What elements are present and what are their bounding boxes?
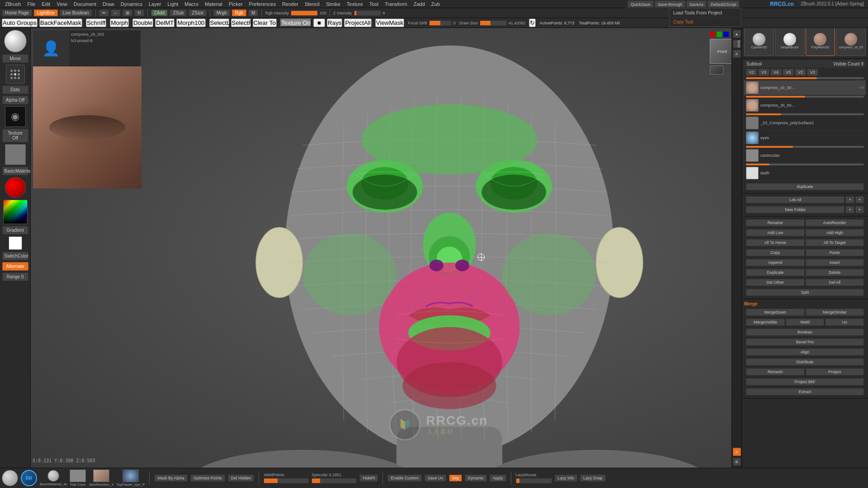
scroll-up-btn[interactable]: ▲: [733, 30, 741, 38]
texture-on-btn[interactable]: Texture On: [280, 19, 311, 27]
rotate-icon-btn[interactable]: ↻: [134, 9, 144, 16]
copy-tool-item[interactable]: Copy Tool: [670, 18, 741, 27]
color-picker[interactable]: [3, 200, 28, 224]
focal-shift-slider[interactable]: [429, 20, 452, 26]
add2-btn[interactable]: +: [855, 196, 864, 203]
move-icon-btn[interactable]: ↔: [111, 9, 121, 16]
white-color-swatch[interactable]: [9, 236, 22, 250]
del-hidden-bottom-btn[interactable]: Del Hidden: [228, 474, 255, 482]
bottom-mat-skin[interactable]: SkinRandom_4: [89, 469, 113, 487]
ms1[interactable]: [746, 96, 864, 98]
subtool-item-2[interactable]: _03_Compress_polySurface1: [744, 116, 866, 131]
menu-transform[interactable]: Transform: [382, 0, 410, 8]
tool-item-compress2[interactable]: compress_zb_00: [836, 26, 866, 56]
menu-texture[interactable]: Texture: [344, 0, 366, 8]
menu-macro[interactable]: Macro: [181, 0, 202, 8]
enable-custom-btn[interactable]: Enable Custom: [387, 474, 422, 482]
clear-to-btn[interactable]: Clear To: [253, 19, 277, 27]
ms3[interactable]: [746, 146, 864, 148]
weld-btn[interactable]: Weld: [786, 319, 825, 326]
alpha-off-btn[interactable]: Alpha Off: [2, 96, 28, 104]
bottom-sphere1[interactable]: [2, 470, 18, 486]
align-btn[interactable]: Align: [746, 348, 864, 356]
subtool-slider[interactable]: [746, 77, 864, 79]
scroll-label-btn[interactable]: Scroll: [733, 40, 741, 48]
mask-by-alpha-btn[interactable]: Mask By Alpha: [154, 474, 188, 482]
duplicate2-btn[interactable]: Duplicate: [746, 269, 805, 276]
schniff-btn[interactable]: SchnIff: [86, 19, 106, 27]
add-high-btn[interactable]: Add High: [806, 229, 864, 236]
viewmask-btn[interactable]: ViewMask: [375, 19, 405, 27]
nf-icon2[interactable]: +: [855, 206, 864, 213]
rotate-btn[interactable]: ↻: [529, 19, 536, 27]
merge-down-btn[interactable]: MergeDown: [746, 309, 805, 316]
scale-icon-btn[interactable]: ⊞: [123, 9, 132, 16]
v2b-btn[interactable]: V2: [795, 69, 806, 76]
menu-preferences[interactable]: Preferences: [246, 0, 279, 8]
savethrough-btn[interactable]: Save-through: [655, 0, 685, 8]
menu-file[interactable]: File: [24, 0, 38, 8]
lazy-info-btn[interactable]: Lazy Info: [555, 474, 578, 482]
zsub-btn[interactable]: ZSub: [170, 9, 187, 16]
zadd-btn[interactable]: ZAdd: [151, 9, 168, 16]
menu-render[interactable]: Render: [279, 0, 302, 8]
add-btn[interactable]: +: [845, 196, 854, 203]
hide-pt-btn[interactable]: HidePt: [359, 474, 378, 482]
paste-btn[interactable]: Paste: [806, 249, 864, 256]
quicksave-btn[interactable]: QuickSave: [627, 0, 654, 8]
v2-btn[interactable]: V2: [746, 69, 757, 76]
aibd-btn[interactable]: A: [733, 50, 741, 58]
material-ball[interactable]: [5, 177, 26, 198]
subtool-item-4[interactable]: caninculas: [744, 148, 866, 163]
menu-light[interactable]: Light: [164, 0, 181, 8]
dot-brush[interactable]: [6, 65, 25, 84]
backface-mask-btn[interactable]: BackFaceMask: [39, 19, 82, 27]
boolean-btn[interactable]: Boolean: [746, 328, 864, 336]
del-all-btn[interactable]: Del All: [806, 279, 864, 286]
merge-title[interactable]: Merge: [744, 300, 866, 307]
live-boolean-btn[interactable]: Live Boolean: [60, 9, 92, 16]
lazy-snap-btn[interactable]: Lazy Snap: [580, 474, 606, 482]
range-btn[interactable]: Range 0: [2, 272, 28, 281]
dots-btn[interactable]: Dots: [2, 85, 28, 94]
specular-slider[interactable]: [311, 478, 357, 483]
menu-edit[interactable]: Edit: [38, 0, 53, 8]
menu-stroke[interactable]: Stroke: [323, 0, 344, 8]
bottom-logo[interactable]: RR: [21, 470, 37, 486]
bottom-sphere2[interactable]: BasicMaterial_sk: [40, 470, 67, 486]
nav-cube-bottom[interactable]: [710, 66, 723, 75]
ms2[interactable]: [746, 113, 864, 115]
menu-draw[interactable]: Draw: [99, 0, 118, 8]
rulez-btn[interactable]: R: [733, 448, 741, 456]
menu-view[interactable]: View: [53, 0, 71, 8]
rays-btn[interactable]: Rays: [327, 19, 342, 27]
copy-btn[interactable]: Copy: [746, 249, 805, 256]
lazy-mouse-slider[interactable]: [516, 478, 552, 483]
weld-points-slider[interactable]: [264, 478, 309, 483]
zsize-btn[interactable]: ZSize: [189, 9, 207, 16]
optimize-points-btn[interactable]: Optimize Points: [190, 474, 225, 482]
alpha-preview[interactable]: ◉: [5, 106, 26, 127]
switch-color-btn[interactable]: SwitchColor: [2, 252, 28, 260]
rgb-btn[interactable]: Rgb: [232, 9, 246, 16]
tool-item-sphere[interactable]: Cylinder3D: [744, 26, 774, 56]
subtool-item-5[interactable]: teeth: [744, 166, 866, 181]
list-all-btn[interactable]: List All: [746, 196, 844, 203]
v5-btn[interactable]: V5: [783, 69, 794, 76]
menu-tool[interactable]: Tool: [366, 0, 382, 8]
tool-item-cylinder[interactable]: SimpleBrush: [775, 26, 805, 56]
tool-item-compress1[interactable]: PolyMesh3D: [806, 26, 835, 56]
subtool-header[interactable]: Subtool Visible Count 9: [744, 60, 866, 68]
project-bkf-btn[interactable]: Project BkF: [746, 378, 864, 385]
menu-picker[interactable]: Picker: [226, 0, 246, 8]
bevel-pro-btn[interactable]: Bevel Pro: [746, 338, 864, 346]
insert-btn[interactable]: Insert: [806, 259, 864, 266]
saveas-btn[interactable]: SaveAs: [686, 0, 707, 8]
merge-visible-btn[interactable]: MergeVisible: [746, 319, 785, 326]
all-to-home-btn[interactable]: All To Home: [746, 239, 805, 246]
select-rect-btn[interactable]: SelectRect: [231, 19, 251, 27]
menu-stencil[interactable]: Stencil: [302, 0, 323, 8]
auto-groups-btn[interactable]: Auto Groups: [2, 19, 38, 27]
project-btn[interactable]: Project: [806, 368, 864, 375]
nav-cube-face[interactable]: Front: [710, 39, 735, 64]
